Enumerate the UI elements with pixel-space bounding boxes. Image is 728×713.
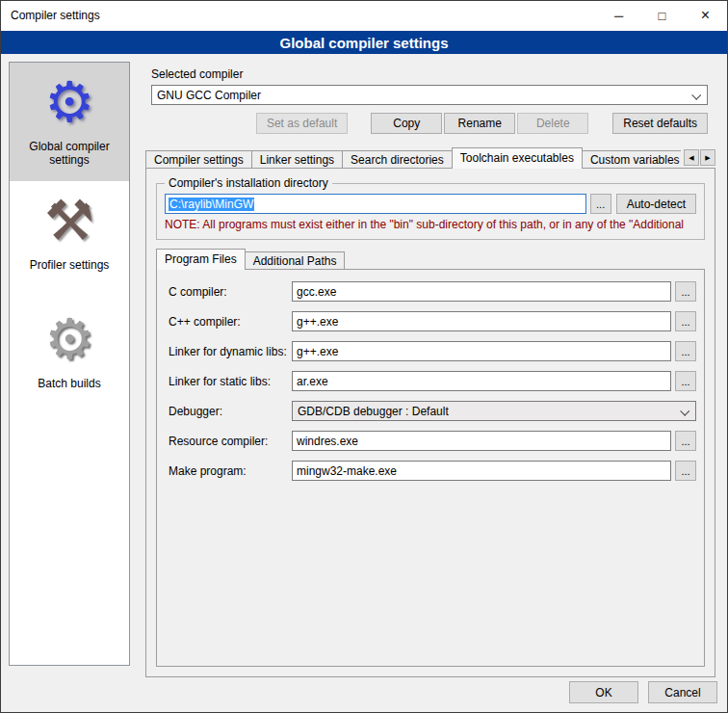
tab-scroll-buttons: ◀ ▶	[683, 149, 715, 166]
sidebar-item-label: Global compiler settings	[10, 138, 129, 167]
installation-directory-row: C:\raylib\MinGW ... Auto-detect	[165, 194, 696, 214]
set-as-default-button[interactable]: Set as default	[256, 113, 348, 134]
subtabstrip: Program Files Additional Paths	[156, 250, 705, 270]
make-program-label: Make program:	[169, 464, 292, 478]
selected-compiler-dropdown[interactable]: GNU GCC Compiler	[151, 85, 708, 105]
linker-dynamic-label: Linker for dynamic libs:	[169, 345, 292, 358]
field-row: Linker for static libs: ar.exe ...	[169, 371, 696, 391]
program-files-tabs: Program Files Additional Paths	[156, 250, 705, 270]
dialog-footer: OK Cancel	[559, 681, 717, 703]
settings-category-list: ⚙ Global compiler settings ⚒ Profiler se…	[9, 62, 130, 666]
selected-compiler-value: GNU GCC Compiler	[157, 89, 261, 102]
close-button[interactable]: ×	[684, 1, 727, 31]
tab-search-directories[interactable]: Search directories	[342, 150, 453, 169]
linker-static-browse-button[interactable]: ...	[675, 371, 696, 391]
linker-dynamic-value: g++.exe	[297, 345, 338, 358]
field-row: Linker for dynamic libs: g++.exe ...	[169, 341, 696, 361]
sidebar-item-label: Profiler settings	[24, 256, 116, 272]
resource-compiler-browse-button[interactable]: ...	[675, 431, 696, 451]
sidebar-item-global-compiler-settings[interactable]: ⚙ Global compiler settings	[10, 63, 129, 181]
make-program-browse-button[interactable]: ...	[675, 461, 696, 481]
arrow-left-icon: ◀	[689, 154, 693, 162]
debugger-label: Debugger:	[169, 405, 292, 418]
installation-directory-legend: Compiler's installation directory	[165, 176, 332, 190]
close-icon: ×	[701, 7, 710, 24]
field-row: Resource compiler: windres.exe ...	[169, 431, 696, 451]
sidebar-item-label: Batch builds	[32, 375, 106, 390]
debugger-select[interactable]: GDB/CDB debugger : Default	[292, 401, 696, 421]
linker-dynamic-input[interactable]: g++.exe	[292, 341, 671, 361]
installation-directory-browse-button[interactable]: ...	[590, 194, 611, 214]
cancel-button[interactable]: Cancel	[648, 681, 717, 703]
profiler-tool-icon: ⚒	[44, 189, 94, 256]
c-compiler-value: gcc.exe	[297, 285, 336, 299]
chevron-down-icon	[691, 91, 701, 100]
minimize-icon: ─	[614, 9, 623, 23]
tab-additional-paths[interactable]: Additional Paths	[245, 251, 346, 270]
titlebar: Compiler settings ─ □ ×	[1, 1, 727, 31]
compiler-settings-window: Compiler settings ─ □ × Global compiler …	[0, 0, 728, 713]
make-program-value: mingw32-make.exe	[297, 464, 397, 478]
settings-tabs: Compiler settings Linker settings Search…	[145, 147, 715, 169]
cpp-compiler-value: g++.exe	[297, 315, 338, 329]
cpp-compiler-label: C++ compiler:	[169, 315, 292, 329]
maximize-icon: □	[659, 9, 666, 23]
linker-static-label: Linker for static libs:	[169, 375, 292, 388]
tab-toolchain-executables[interactable]: Toolchain executables	[452, 147, 583, 169]
sidebar-item-profiler-settings[interactable]: ⚒ Profiler settings	[10, 181, 129, 300]
make-program-input[interactable]: mingw32-make.exe	[292, 461, 671, 481]
program-files-panel: C compiler: gcc.exe ... C++ compiler: g+…	[156, 269, 705, 667]
resource-compiler-label: Resource compiler:	[169, 435, 292, 448]
field-row: Debugger: GDB/CDB debugger : Default	[169, 401, 696, 421]
auto-detect-button[interactable]: Auto-detect	[616, 194, 696, 214]
field-row: C compiler: gcc.exe ...	[169, 281, 696, 302]
resource-compiler-input[interactable]: windres.exe	[292, 431, 671, 451]
window-title: Compiler settings	[1, 9, 597, 22]
maximize-button[interactable]: □	[640, 1, 684, 31]
sidebar-item-batch-builds[interactable]: ⚙ Batch builds	[10, 300, 129, 418]
tab-scroll-right-button[interactable]: ▶	[700, 149, 715, 166]
compiler-actions: Set as default Copy Rename Delete Reset …	[151, 113, 708, 134]
reset-defaults-button[interactable]: Reset defaults	[612, 113, 708, 134]
blue-gear-icon: ⚙	[44, 70, 94, 138]
selected-compiler-label: Selected compiler	[151, 67, 719, 81]
c-compiler-browse-button[interactable]: ...	[675, 281, 696, 302]
toolchain-executables-panel: Compiler's installation directory C:\ray…	[145, 168, 715, 677]
tab-custom-variables[interactable]: Custom variables	[582, 150, 681, 169]
linker-static-value: ar.exe	[297, 375, 328, 388]
linker-dynamic-browse-button[interactable]: ...	[675, 341, 696, 361]
field-row: Make program: mingw32-make.exe ...	[169, 461, 696, 481]
tab-linker-settings[interactable]: Linker settings	[251, 150, 343, 169]
page-title: Global compiler settings	[279, 35, 448, 51]
tab-program-files[interactable]: Program Files	[156, 249, 246, 270]
cpp-compiler-browse-button[interactable]: ...	[675, 311, 696, 331]
tab-scroll-left-button[interactable]: ◀	[684, 149, 699, 166]
minimize-button[interactable]: ─	[597, 1, 640, 31]
chevron-down-icon	[680, 407, 689, 416]
main-panel: Selected compiler GNU GCC Compiler Set a…	[142, 62, 719, 675]
installation-directory-group: Compiler's installation directory C:\ray…	[156, 176, 705, 240]
field-row: C++ compiler: g++.exe ...	[169, 311, 696, 331]
ok-button[interactable]: OK	[569, 681, 638, 703]
copy-button[interactable]: Copy	[371, 113, 442, 134]
tabstrip: Compiler settings Linker settings Search…	[145, 147, 681, 169]
delete-button[interactable]: Delete	[517, 113, 588, 134]
cpp-compiler-input[interactable]: g++.exe	[292, 311, 671, 331]
arrow-right-icon: ▶	[705, 154, 710, 162]
tab-compiler-settings[interactable]: Compiler settings	[145, 150, 252, 169]
debugger-value: GDB/CDB debugger : Default	[298, 405, 449, 418]
bin-subdirectory-note: NOTE: All programs must exist either in …	[165, 218, 696, 231]
gray-gear-icon: ⚙	[44, 307, 94, 375]
resource-compiler-value: windres.exe	[297, 435, 358, 448]
installation-directory-input[interactable]: C:\raylib\MinGW	[165, 194, 586, 214]
c-compiler-label: C compiler:	[169, 285, 292, 299]
rename-button[interactable]: Rename	[444, 113, 515, 134]
c-compiler-input[interactable]: gcc.exe	[292, 281, 671, 302]
dialog-header: Global compiler settings	[1, 31, 727, 54]
linker-static-input[interactable]: ar.exe	[292, 371, 671, 391]
installation-directory-value: C:\raylib\MinGW	[169, 198, 254, 211]
